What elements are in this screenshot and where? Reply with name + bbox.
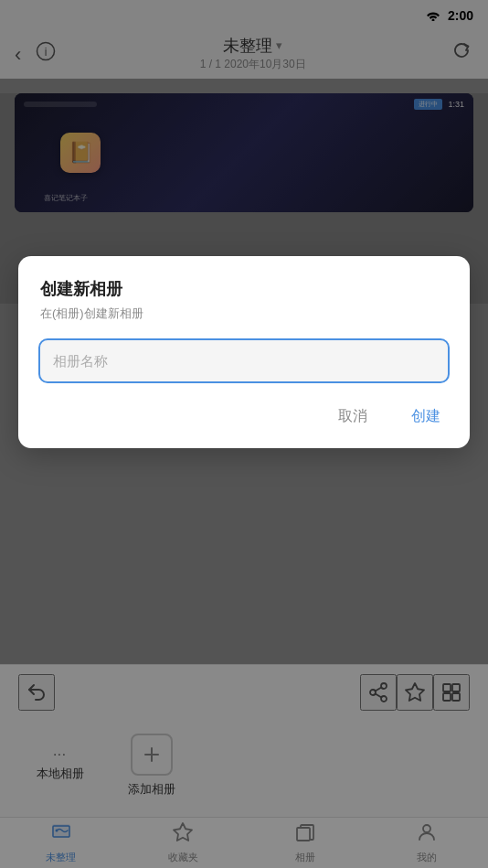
- dialog-actions: 取消 创建: [40, 400, 448, 434]
- create-album-dialog: 创建新相册 在(相册)创建新相册 取消 创建: [18, 256, 470, 448]
- dialog-subtitle: 在(相册)创建新相册: [40, 305, 448, 322]
- page-wrapper: 2:00 i 未整理 ▾ 1 / 1 2020年10月30日: [0, 0, 488, 868]
- dialog-title: 创建新相册: [40, 278, 448, 300]
- confirm-button[interactable]: 创建: [404, 400, 448, 434]
- album-name-input[interactable]: [40, 340, 448, 381]
- cancel-button[interactable]: 取消: [331, 400, 375, 434]
